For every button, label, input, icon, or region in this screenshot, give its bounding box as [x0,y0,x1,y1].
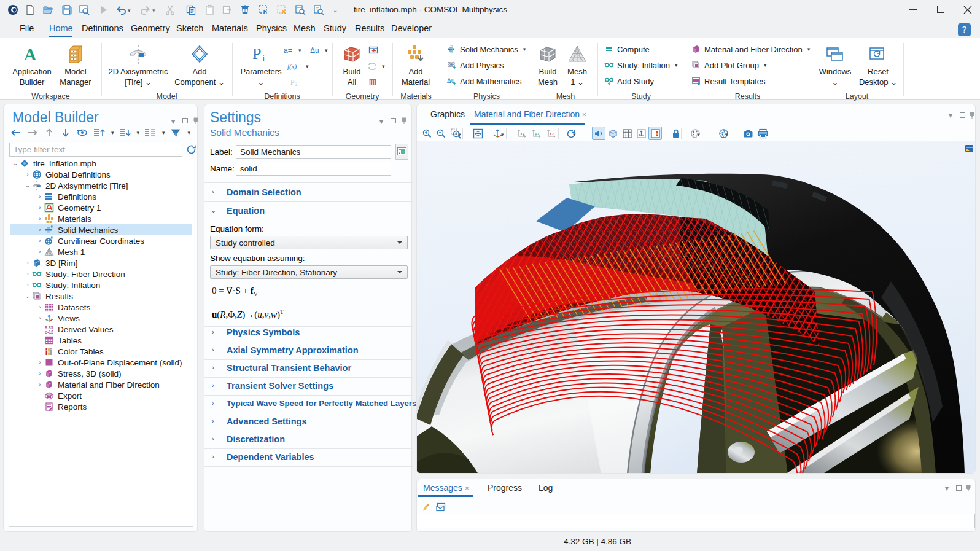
svg-text:P: P [252,45,261,63]
svg-text:A: A [24,45,37,64]
svg-text:i: i [295,82,297,87]
svg-text:xy: xy [520,131,525,136]
svg-text:xz: xz [550,131,554,136]
svg-text:a=: a= [284,46,292,55]
svg-text:yz: yz [535,131,540,136]
svg-text:e-12: e-12 [45,330,53,334]
svg-text:8.85: 8.85 [45,326,53,330]
svg-text:Δu: Δu [310,46,319,55]
svg-text:i: i [262,53,265,63]
svg-text:P: P [290,78,295,87]
svg-text:f(x): f(x) [287,63,297,71]
